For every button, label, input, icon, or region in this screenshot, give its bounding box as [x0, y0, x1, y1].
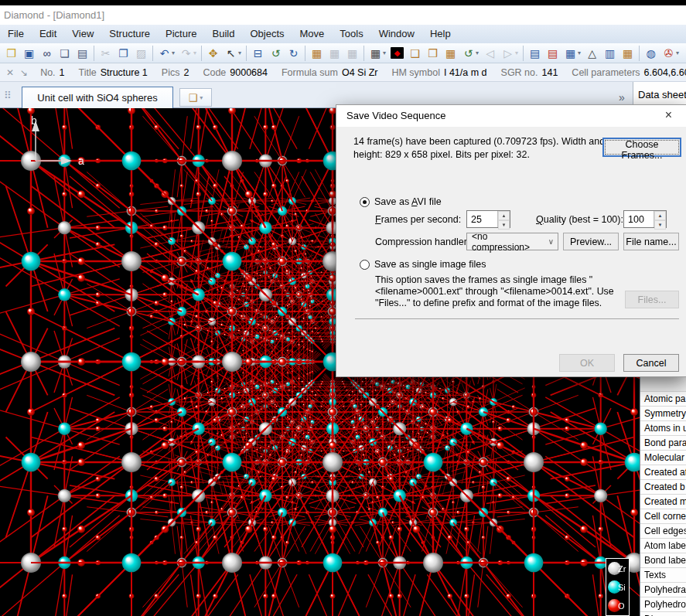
fps-down-icon[interactable]: ▼: [498, 220, 510, 230]
data-sheet-item[interactable]: Texts: [640, 567, 686, 582]
print-button[interactable]: ▤: [74, 45, 90, 62]
data-brief-button[interactable]: ▤: [527, 45, 543, 62]
legend-item: Zr: [608, 562, 627, 575]
powder-pattern-button[interactable]: ▥: [602, 45, 618, 62]
save-video-sequence-dialog: Save Video Sequence × 14 frame(s) have b…: [336, 104, 686, 377]
close-icon[interactable]: ✕: [6, 67, 14, 78]
fps-input[interactable]: [467, 211, 497, 227]
window-title: Diamond - [Diamond1]: [0, 5, 686, 25]
quality-stepper: ▲▼: [623, 210, 667, 228]
properties-list-button[interactable]: ▤: [544, 45, 561, 62]
tree-view-button[interactable]: ⊟: [250, 45, 266, 62]
save-as-images-radio[interactable]: [360, 260, 370, 270]
info-value: I 41/a m d: [444, 67, 487, 78]
reset-view-icon: ↻: [287, 46, 300, 61]
menu-edit[interactable]: Edit: [32, 25, 64, 43]
menu-structure[interactable]: Structure: [101, 25, 158, 43]
close-icon[interactable]: ×: [651, 105, 686, 127]
chevron-down-icon: ∨: [548, 237, 554, 246]
grid-button[interactable]: ▦▾: [367, 45, 387, 62]
save-button[interactable]: ▣: [21, 45, 37, 62]
time-track-button[interactable]: ↺▾: [460, 45, 480, 62]
video-screen-button[interactable]: ◆: [389, 45, 405, 62]
props-table-button[interactable]: ▦: [619, 45, 636, 62]
menu-view[interactable]: View: [64, 25, 101, 43]
redo-button: ↷▾: [178, 45, 198, 62]
data-table-button[interactable]: ▦▾: [562, 45, 582, 62]
compression-select[interactable]: <no compression> ∨: [466, 233, 558, 250]
print-preview-button[interactable]: ❏: [56, 45, 73, 62]
data-sheet-item[interactable]: Symmetry: [640, 406, 686, 420]
data-brief-icon: ▤: [528, 46, 541, 61]
structure-info-bar: ✕ ↘ No.1TitleStructure 1Pics2Code9000684…: [0, 63, 686, 82]
data-sheet-item[interactable]: Polyhedra: [640, 582, 686, 597]
select-arrow-icon: ↖: [224, 46, 237, 61]
info-value: 2: [183, 67, 189, 78]
arrow-down-right-icon[interactable]: ↘: [20, 67, 28, 78]
save-as-avi-radio[interactable]: [360, 197, 370, 207]
data-sheet-item[interactable]: Atomic pa: [640, 391, 686, 406]
data-sheet-list: Atomic paSymmetryAtoms in uBond paraMole…: [640, 391, 686, 616]
picture-grid-button[interactable]: ▦: [442, 45, 459, 62]
find-button[interactable]: ∞: [39, 45, 55, 62]
data-sheet-item[interactable]: Bond para: [640, 435, 686, 450]
data-sheet-item[interactable]: Cell corne: [640, 509, 686, 523]
tab-unit-cell[interactable]: Unit cell with SiO4 spheres: [22, 87, 173, 108]
cancel-button[interactable]: Cancel: [623, 354, 679, 372]
drag-handle-icon[interactable]: ⠿: [4, 90, 12, 101]
find-icon: ∞: [40, 46, 53, 61]
new-picture-icon: ❑: [408, 46, 421, 61]
new-picture-icon: ❑: [189, 92, 198, 104]
video-camera-button[interactable]: ✇▾: [660, 45, 681, 62]
data-sheet-item[interactable]: Atom labe: [640, 538, 686, 553]
copy-picture-button[interactable]: ❒: [425, 45, 441, 62]
pan-button[interactable]: ✥: [205, 45, 221, 62]
chevron-down-icon: ▾: [200, 94, 203, 101]
menu-build[interactable]: Build: [205, 25, 243, 43]
menu-picture[interactable]: Picture: [158, 25, 204, 43]
menu-objects[interactable]: Objects: [242, 25, 292, 43]
history-button[interactable]: ↺: [268, 45, 284, 62]
dialog-titlebar[interactable]: Save Video Sequence ×: [336, 105, 686, 127]
menu-file[interactable]: File: [0, 25, 32, 43]
new-table-button[interactable]: ▦: [309, 45, 325, 62]
data-sheet-item[interactable]: Atoms in u: [640, 420, 686, 435]
data-sheet-item[interactable]: Created b: [640, 479, 686, 494]
data-sheet-item[interactable]: Bond labe: [640, 553, 686, 567]
quality-up-icon[interactable]: ▲: [654, 211, 666, 220]
data-sheet-item[interactable]: Molecular: [640, 450, 686, 465]
info-value: 6.604,6.604,5.980,90.00,90.00,90.0: [644, 67, 686, 78]
new-picture-tab-button[interactable]: ❑ ▾: [179, 88, 212, 107]
print-icon: ▤: [76, 46, 89, 61]
menu-tools[interactable]: Tools: [332, 25, 370, 43]
menu-help[interactable]: Help: [422, 25, 459, 43]
reset-view-button[interactable]: ↻: [285, 45, 302, 62]
menu-window[interactable]: Window: [371, 25, 422, 43]
toolbar: ❒▣∞❏▤✂❐▨↶▾↷▾✥↖▾⊟↺↻▦▦▦▦▾◆❑❒▦↺▾◁▷▾▤▤▦▾△▥▦◍…: [0, 43, 686, 63]
new-picture-button[interactable]: ❑: [407, 45, 423, 62]
info-field: No.1: [40, 67, 64, 78]
choose-frames-button[interactable]: Choose Frames...: [602, 138, 681, 157]
data-sheet-item[interactable]: Polyhedro: [640, 597, 686, 611]
quality-input[interactable]: [624, 211, 654, 227]
menu-move[interactable]: Move: [292, 25, 333, 43]
copy-button[interactable]: ❐: [115, 45, 131, 62]
time-track-icon: ↺: [462, 46, 475, 61]
web-button[interactable]: ◍: [643, 45, 659, 62]
quality-down-icon[interactable]: ▼: [654, 220, 666, 230]
info-value: Structure 1: [101, 67, 148, 78]
data-sheet-item[interactable]: Di: [640, 611, 686, 616]
data-sheet-item[interactable]: Cell edges: [640, 523, 686, 538]
axis-a-label: a: [78, 155, 84, 167]
open-button[interactable]: ❒: [3, 45, 19, 62]
data-sheet-item[interactable]: Created m: [640, 494, 686, 509]
undo-button[interactable]: ↶▾: [156, 45, 176, 62]
select-arrow-button[interactable]: ↖▾: [223, 45, 243, 62]
fps-up-icon[interactable]: ▲: [498, 211, 510, 220]
dropdown-caret-icon: ▾: [172, 49, 175, 56]
preview-button[interactable]: Preview...: [563, 233, 619, 250]
file-name-button[interactable]: File name...: [623, 233, 679, 250]
undo-icon: ↶: [158, 46, 171, 61]
data-sheet-item[interactable]: Created at: [640, 465, 686, 479]
angle-button[interactable]: △: [584, 45, 600, 62]
